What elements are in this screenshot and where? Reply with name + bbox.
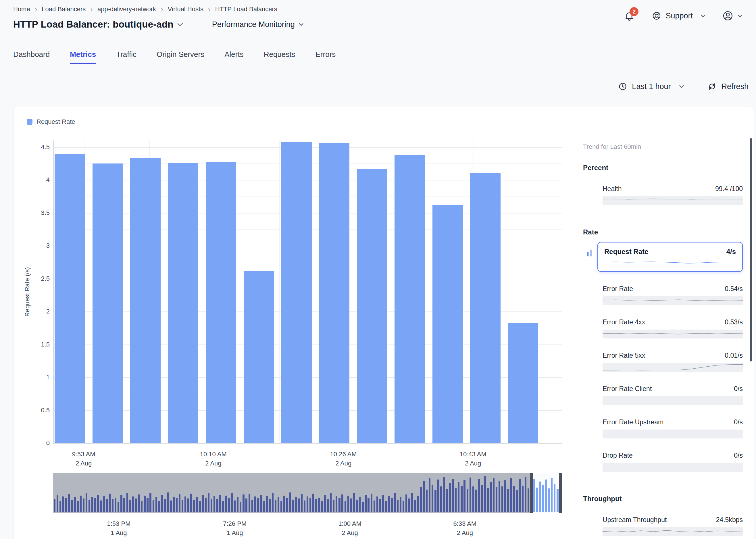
metric-header: Error Rate 4xx0.53/s bbox=[603, 318, 743, 326]
metric-label: Request Rate bbox=[604, 248, 648, 256]
tab-origin-servers[interactable]: Origin Servers bbox=[157, 50, 204, 64]
chart-bar[interactable] bbox=[357, 169, 387, 443]
brush-bar bbox=[144, 496, 145, 512]
y-axis-tick: 2.5 bbox=[14, 275, 50, 282]
support-menu[interactable]: Support bbox=[652, 11, 705, 21]
brush-bar bbox=[367, 498, 369, 512]
tab-traffic[interactable]: Traffic bbox=[116, 50, 136, 64]
tab-dashboard[interactable]: Dashboard bbox=[13, 50, 50, 64]
chart-bar[interactable] bbox=[55, 154, 85, 443]
panel-scrollbar[interactable] bbox=[750, 138, 752, 361]
brush-handle-right[interactable] bbox=[559, 473, 562, 513]
tab-alerts[interactable]: Alerts bbox=[224, 50, 243, 64]
brush-bar bbox=[429, 478, 430, 512]
bar-chart-icon bbox=[585, 249, 594, 259]
chart-bar[interactable] bbox=[470, 173, 500, 443]
chart-bar[interactable] bbox=[432, 205, 463, 443]
metric-sparkline bbox=[604, 259, 736, 267]
brush-bar bbox=[266, 496, 267, 512]
brush-bar bbox=[141, 501, 142, 512]
metric-label: Drop Rate bbox=[603, 452, 633, 459]
account-menu[interactable] bbox=[722, 10, 742, 22]
brush-bar bbox=[431, 485, 433, 512]
notifications-button[interactable]: 2 bbox=[624, 11, 635, 21]
metric-label: Upstream Throughput bbox=[603, 516, 667, 524]
time-brush[interactable] bbox=[53, 473, 562, 513]
brush-bar bbox=[167, 493, 169, 512]
brush-bar bbox=[374, 501, 375, 512]
chart-bar[interactable] bbox=[168, 163, 198, 443]
breadcrumb-load-balancers[interactable]: Load Balancers bbox=[42, 5, 86, 13]
view-selector[interactable]: Performance Monitoring bbox=[212, 20, 303, 29]
refresh-button[interactable]: Refresh bbox=[708, 82, 748, 91]
chart-bar[interactable] bbox=[508, 323, 539, 443]
breadcrumb-http-load-balancers[interactable]: HTTP Load Balancers bbox=[215, 5, 277, 13]
chart-bar[interactable] bbox=[319, 143, 349, 443]
brush-bar bbox=[112, 500, 113, 512]
brush-bar bbox=[213, 496, 215, 512]
brush-bar bbox=[315, 500, 317, 512]
brush-bar bbox=[216, 499, 218, 512]
brush-bar bbox=[205, 498, 207, 512]
lifebuoy-icon bbox=[652, 11, 661, 21]
brush-bar bbox=[391, 498, 393, 512]
brush-bar bbox=[484, 476, 486, 512]
brush-bar bbox=[490, 482, 491, 512]
metric-row-request-rate[interactable]: Request Rate4/s bbox=[597, 242, 743, 272]
brush-bar bbox=[542, 485, 544, 512]
metric-label: Error Rate bbox=[603, 285, 633, 293]
brush-bar bbox=[193, 500, 195, 512]
metric-label: Error Rate Upstream bbox=[603, 418, 663, 426]
page-title[interactable]: HTTP Load Balancer: boutique-adn bbox=[13, 19, 182, 30]
time-range-select[interactable]: Last 1 hour bbox=[618, 82, 683, 91]
brush-bar bbox=[158, 501, 160, 512]
brush-bar bbox=[298, 499, 300, 512]
metric-sparkline bbox=[603, 363, 743, 372]
brush-bar bbox=[307, 497, 308, 512]
brush-bar bbox=[475, 490, 477, 512]
chart-bar[interactable] bbox=[130, 158, 161, 443]
brush-bar bbox=[161, 495, 163, 512]
chart-bar[interactable] bbox=[281, 142, 312, 443]
metric-row-error-rate-client[interactable]: Error Rate Client0/s bbox=[603, 385, 743, 405]
metric-row-error-rate-upstream[interactable]: Error Rate Upstream0/s bbox=[603, 418, 743, 438]
brush-bar bbox=[65, 498, 67, 512]
metric-row-upstream-throughput[interactable]: Upstream Throughput24.5kbps bbox=[603, 516, 743, 536]
metric-row-error-rate-5xx[interactable]: Error Rate 5xx0.01/s bbox=[603, 352, 743, 372]
metric-row-health[interactable]: Health99.4 /100 bbox=[603, 185, 743, 205]
tab-requests[interactable]: Requests bbox=[264, 50, 295, 64]
metric-sparkline bbox=[603, 527, 743, 536]
breadcrumb-home[interactable]: Home bbox=[13, 5, 30, 13]
chart-legend[interactable]: Request Rate bbox=[27, 118, 75, 125]
metric-row-error-rate[interactable]: Error Rate0.54/s bbox=[603, 285, 743, 305]
chart-bar[interactable] bbox=[395, 155, 425, 443]
brush-bar bbox=[68, 494, 70, 512]
tab-metrics[interactable]: Metrics bbox=[70, 50, 96, 64]
brush-bar bbox=[452, 479, 454, 512]
brush-bar bbox=[417, 496, 419, 512]
brush-handle-left[interactable] bbox=[530, 473, 533, 513]
tab-errors[interactable]: Errors bbox=[316, 50, 336, 64]
chart-bar[interactable] bbox=[206, 162, 236, 443]
y-axis-tick: 3.5 bbox=[14, 209, 50, 217]
brush-bar bbox=[344, 501, 346, 512]
breadcrumb-virtual-hosts[interactable]: Virtual Hosts bbox=[168, 5, 203, 13]
chart-bar[interactable] bbox=[93, 164, 123, 443]
brush-bar bbox=[411, 493, 413, 512]
brush-bar bbox=[426, 490, 427, 512]
brush-bar bbox=[440, 487, 442, 512]
breadcrumb-app-delivery-network[interactable]: app-delivery-network bbox=[98, 5, 156, 13]
brush-bar bbox=[408, 499, 410, 512]
brush-bar bbox=[458, 482, 459, 512]
brush-bar bbox=[292, 500, 294, 512]
brush-bar bbox=[487, 488, 489, 512]
chart-bar[interactable] bbox=[244, 270, 274, 443]
brush-bar bbox=[283, 496, 285, 512]
request-rate-chart[interactable] bbox=[53, 140, 562, 444]
metric-sparkline bbox=[603, 463, 743, 472]
breadcrumb-separator: › bbox=[35, 5, 38, 13]
metric-row-drop-rate[interactable]: Drop Rate0/s bbox=[603, 452, 743, 472]
brush-bar bbox=[464, 480, 465, 512]
brush-bar bbox=[301, 494, 303, 512]
metric-row-error-rate-4xx[interactable]: Error Rate 4xx0.53/s bbox=[603, 318, 743, 339]
